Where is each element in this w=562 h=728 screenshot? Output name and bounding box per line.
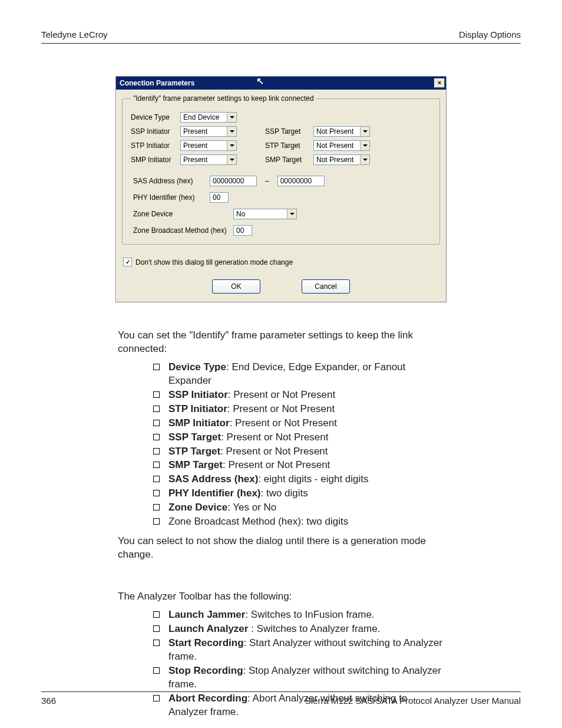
list-item-bold: STP Target [168, 446, 220, 457]
identify-list: Device Type: End Device, Edge Expander, … [153, 361, 444, 529]
list-item: SAS Address (hex): eight digits - eight … [153, 473, 444, 486]
zone-broadcast-label: Zone Broadcast Method (hex) [133, 226, 227, 235]
smp-initiator-label: SMP Initiator [131, 156, 174, 164]
close-icon[interactable]: × [434, 78, 445, 88]
device-type-select[interactable]: End Device [180, 112, 237, 123]
list-item-bold: SSP Target [168, 431, 221, 443]
zone-device-select[interactable]: No [233, 209, 297, 219]
list-item-bold: SAS Address (hex) [168, 473, 258, 485]
cursor-icon: ↖ [256, 75, 264, 87]
list-item-bold: Device Type [168, 361, 226, 373]
chevron-down-icon [287, 209, 296, 219]
list-item-bold: SMP Target [168, 459, 223, 470]
list-item: Device Type: End Device, Edge Expander, … [153, 361, 444, 388]
list-item-text: : Present or Not Present [230, 417, 337, 429]
page-number: 366 [41, 696, 56, 706]
manual-title: Sierra M122 SAS/SATA Protocol Analyzer U… [305, 696, 521, 706]
paragraph: You can set the "Identify" frame paramet… [118, 329, 444, 356]
ssp-initiator-label: SSP Initiator [131, 127, 174, 136]
list-item-bold: STP Initiator [168, 403, 227, 414]
header-left: Teledyne LeCroy [41, 29, 108, 39]
list-item-text: : Switches to InFusion frame. [245, 609, 374, 620]
list-item: PHY Identifier (hex): two digits [153, 487, 444, 500]
paragraph: The Analyzer Toolbar has the following: [118, 590, 444, 604]
chevron-down-icon [360, 141, 369, 150]
stp-target-label: STP Target [265, 141, 308, 150]
list-item: Start Recording: Start Analyzer without … [153, 637, 444, 664]
list-item-bold: SMP Initiator [168, 417, 230, 429]
sas-address-input-2[interactable] [277, 176, 325, 186]
device-type-label: Device Type [131, 113, 174, 121]
list-item-text: : Present or Not Present [223, 459, 330, 470]
list-item: SMP Initiator: Present or Not Present [153, 417, 444, 430]
list-item: SSP Target: Present or Not Present [153, 431, 444, 444]
zone-device-label: Zone Device [133, 210, 227, 218]
list-item-text: Zone Broadcast Method (hex): two digits [168, 516, 348, 527]
list-item: Launch Jammer: Switches to InFusion fram… [153, 608, 444, 622]
list-item: Zone Broadcast Method (hex): two digits [153, 515, 444, 529]
paragraph: You can select to not show the dialog un… [118, 535, 444, 562]
stp-target-select[interactable]: Not Present [313, 140, 370, 151]
list-item: STP Initiator: Present or Not Present [153, 403, 444, 416]
chevron-down-icon [227, 155, 236, 164]
list-item: Stop Recording: Stop Analyzer without sw… [153, 664, 444, 691]
chevron-down-icon [227, 141, 236, 150]
list-item: SMP Target: Present or Not Present [153, 459, 444, 472]
phy-identifier-input[interactable] [210, 192, 229, 203]
list-item: SSP Initiator: Present or Not Present [153, 388, 444, 402]
list-item: Launch Analyzer : Switches to Analyzer f… [153, 622, 444, 636]
list-item-bold: Launch Analyzer [168, 623, 251, 634]
chevron-down-icon [360, 155, 369, 164]
chevron-down-icon [360, 127, 369, 136]
list-item: Zone Device: Yes or No [153, 501, 444, 515]
dont-show-checkbox[interactable]: ✓ [123, 258, 132, 266]
list-item-text: : Present or Not Present [227, 403, 335, 414]
list-item-bold: Start Recording [168, 637, 244, 648]
identify-frame-group: "Identify" frame parameter settings to k… [122, 94, 440, 245]
dont-show-label: Don't show this dialog till generation m… [135, 258, 293, 266]
phy-identifier-label: PHY Identifier (hex) [133, 193, 204, 202]
list-item-text: : Present or Not Present [221, 431, 328, 443]
connection-parameters-dialog: Conection Parameters ↖ × "Identify" fram… [115, 76, 447, 302]
smp-initiator-select[interactable]: Present [180, 154, 237, 165]
list-item-bold: SSP Initiator [168, 389, 228, 400]
list-item-text: : Yes or No [227, 502, 276, 513]
sas-address-input-1[interactable] [210, 176, 257, 186]
stp-initiator-select[interactable]: Present [180, 140, 237, 151]
ok-button[interactable]: OK [212, 279, 260, 294]
stp-initiator-label: STP Initiator [131, 141, 174, 150]
cancel-button[interactable]: Cancel [302, 279, 350, 294]
header-rule [41, 43, 521, 44]
list-item-bold: Launch Jammer [168, 609, 245, 620]
list-item-text: : Present or Not Present [228, 389, 335, 400]
dialog-titlebar[interactable]: Conection Parameters ↖ × [116, 77, 446, 90]
chevron-down-icon [227, 113, 236, 122]
header-right: Display Options [459, 29, 521, 39]
group-legend: "Identify" frame parameter settings to k… [131, 94, 316, 103]
footer-rule [41, 691, 521, 692]
list-item-text: : eight digits - eight digits [258, 473, 368, 485]
list-item-bold: PHY Identifier (hex) [168, 487, 261, 499]
list-item-text: : Switches to Analyzer frame. [251, 623, 380, 634]
dash: – [263, 177, 272, 185]
zone-broadcast-input[interactable] [233, 225, 252, 236]
ssp-target-label: SSP Target [265, 127, 308, 136]
list-item-bold: Zone Device [168, 502, 227, 513]
chevron-down-icon [227, 127, 236, 136]
ssp-target-select[interactable]: Not Present [313, 126, 370, 137]
sas-address-label: SAS Address (hex) [133, 177, 204, 185]
dialog-title: Conection Parameters [120, 79, 194, 87]
list-item-text: : two digits [261, 487, 308, 499]
smp-target-label: SMP Target [265, 156, 308, 164]
list-item-text: : Present or Not Present [220, 446, 328, 457]
list-item-bold: Stop Recording [168, 665, 243, 676]
list-item: STP Target: Present or Not Present [153, 445, 444, 459]
ssp-initiator-select[interactable]: Present [180, 126, 237, 137]
smp-target-select[interactable]: Not Present [313, 154, 370, 165]
